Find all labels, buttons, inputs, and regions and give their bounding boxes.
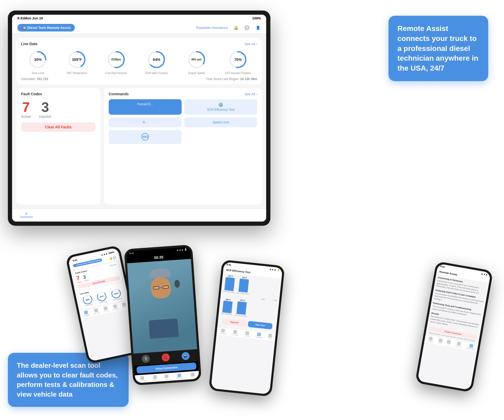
p3-dash-icon bbox=[221, 329, 225, 333]
video-area bbox=[127, 259, 197, 354]
video-time: 9:41 bbox=[129, 252, 134, 255]
phone4-nav-faults[interactable]: Faults bbox=[438, 338, 443, 344]
phone1-nav-remote[interactable]: Remote bbox=[121, 302, 127, 308]
phone1-nav-label: Dashboard bbox=[83, 314, 90, 317]
phone2-nav-live[interactable]: Live bbox=[165, 374, 169, 380]
camera-button[interactable]: 📷 bbox=[181, 352, 190, 360]
phone3-nav-dash[interactable]: Dashboard bbox=[219, 328, 227, 334]
active-fault-label: Active bbox=[21, 114, 31, 119]
scr-stop-button[interactable]: Stop All bbox=[222, 318, 247, 327]
scr-outlet-bar bbox=[239, 279, 249, 292]
gauge-engine-speed: 602 rpm Engine Speed bbox=[186, 49, 207, 75]
odometer-display: Odometer: 151,733 bbox=[21, 77, 48, 81]
phone3-nav-remote[interactable]: Remote bbox=[268, 334, 273, 340]
soot-value: 30% bbox=[34, 58, 41, 61]
bottom-sections: Fault Codes 7 Active 3 Inactive bbox=[16, 88, 262, 204]
phone4-nav-remote[interactable]: Remote Assist bbox=[466, 343, 476, 350]
gauge-dpf-temp: 309°F DPF Temperature bbox=[66, 49, 87, 75]
soot-label: Soot Level bbox=[32, 72, 44, 75]
scr-row1: 431°F SCR Inlet Temp. 431°F SCR Outlet T… bbox=[223, 275, 279, 298]
fault-codes-title: Fault Codes bbox=[21, 92, 42, 96]
command-r[interactable]: R... bbox=[109, 117, 182, 127]
phone1-gauge1: 30% Soot Level bbox=[82, 294, 93, 307]
roadside-link[interactable]: Roadside Assistance bbox=[196, 26, 228, 30]
engine-label: Engine Speed bbox=[188, 72, 205, 75]
ra-screen-content: 9:41 ▲▲▲ Remote Assist Connecting to Tec… bbox=[417, 264, 491, 390]
phone1-nav-dashboard[interactable]: Dashboard bbox=[82, 310, 90, 317]
end-call-button[interactable]: 📞 bbox=[161, 353, 170, 362]
notification-icon[interactable]: 🔔 bbox=[233, 25, 239, 31]
scale-1000: - 1000 bbox=[260, 298, 265, 300]
phone1-active-faults: 7 Active bbox=[76, 274, 82, 284]
phone4-nav-live[interactable]: Live bbox=[447, 340, 451, 346]
phone4-signal: ▲▲▲ bbox=[481, 272, 488, 276]
tablet-bottom-nav: ⊞ Dashboard bbox=[12, 209, 266, 222]
tablet-device: 9:41 Mon Jun 10 100% 🚛 Diesel Tech Remot… bbox=[8, 10, 270, 226]
phone1-faults-label: Fault Codes bbox=[93, 312, 100, 315]
gauge-circle-egr: 84% bbox=[146, 49, 167, 70]
doc-outlet-bar bbox=[237, 301, 247, 315]
bubble-right-text: Remote Assist connects your truck to a p… bbox=[397, 24, 478, 72]
phone4-nav-commands[interactable]: Commands bbox=[455, 341, 463, 348]
phone2-nav-remote[interactable]: Remote bbox=[190, 372, 195, 378]
tablet-content: Live Data See All › bbox=[12, 34, 266, 209]
scr-inlet-bar bbox=[224, 277, 235, 291]
phone3-nav-live[interactable]: Live Data bbox=[244, 331, 250, 337]
tablet-nav: 🚛 Diesel Tech Remote Assist Roadside Ass… bbox=[12, 22, 266, 34]
p4-cmd-icon bbox=[457, 342, 461, 346]
brand-label: Diesel Tech Remote Assist bbox=[27, 26, 71, 30]
face-shape bbox=[150, 277, 171, 299]
inactive-fault-label: Inactive bbox=[39, 114, 51, 119]
live-data-footer: Odometer: 151,733 Time Since Last Regen:… bbox=[21, 77, 257, 81]
gauge-circle-fuel: 6108psi bbox=[106, 49, 127, 70]
phone1-nav-commands[interactable]: Commands bbox=[111, 304, 119, 311]
p2-remote-icon bbox=[191, 372, 195, 376]
command-forced-d[interactable]: Forced D... bbox=[109, 99, 182, 115]
tablet-time: 9:41 bbox=[17, 16, 24, 20]
scale-2000: - 2000 bbox=[272, 300, 277, 302]
scr-screen-content: 9:41 ▲▲▲ 🔋 SCR Efficiency Test 431°F SCR… bbox=[211, 262, 282, 395]
clear-faults-button[interactable]: Clear All Faults bbox=[21, 122, 96, 132]
phone4-nav-dash[interactable]: Dashboard bbox=[427, 336, 434, 343]
gauge-circle-vgt: 70% bbox=[227, 49, 248, 70]
p2-fault-icon bbox=[153, 375, 157, 379]
phone1-nav-live[interactable]: Live Data bbox=[103, 306, 109, 313]
video-signal: ▲▲▲ 🔋 bbox=[176, 248, 187, 251]
p3-fault-icon bbox=[233, 330, 237, 334]
phone2-nav-dashboard[interactable]: Dashboard bbox=[139, 376, 146, 382]
scr-inlet-item: 431°F SCR Inlet Temp. bbox=[223, 275, 236, 293]
phone3-nav-faults[interactable]: Fault Codes bbox=[232, 330, 239, 336]
fault-codes-section: Fault Codes 7 Active 3 Inactive bbox=[16, 88, 100, 204]
phone1-nav-faults[interactable]: Fault Codes bbox=[92, 308, 100, 315]
commands-grid: Forced D... ⚙️ SCR Efficiency Test R... … bbox=[109, 99, 257, 144]
profile-icon[interactable]: 👤 bbox=[255, 25, 261, 31]
headset-element bbox=[174, 280, 180, 288]
phone2-nav-faults[interactable]: Faults bbox=[153, 375, 157, 381]
doc-outlet-val: 471°F bbox=[240, 299, 245, 302]
p4-live-icon bbox=[447, 340, 451, 344]
mute-button[interactable]: 🎙️ bbox=[141, 355, 150, 363]
commands-see-all[interactable]: See All › bbox=[245, 92, 257, 96]
brand-button[interactable]: 🚛 Diesel Tech Remote Assist bbox=[17, 24, 75, 32]
scr-outlet-item: 431°F SCR Outlet Temp. bbox=[237, 276, 251, 295]
tablet-nav-dashboard[interactable]: ⊞ Dashboard bbox=[17, 211, 35, 219]
phone4-time: 9:41 bbox=[440, 265, 445, 268]
command-scr-efficiency[interactable]: ⚙️ SCR Efficiency Test bbox=[184, 99, 257, 115]
gauge-circle-soot: 30% bbox=[27, 49, 48, 70]
live-data-see-all[interactable]: See All › bbox=[245, 42, 257, 46]
command-abs[interactable]: ABS bbox=[109, 130, 182, 144]
scr-start-button[interactable]: Start Test bbox=[248, 321, 273, 329]
chat-icon[interactable]: 💬 bbox=[244, 25, 250, 31]
phone2-nav-commands[interactable]: Commands bbox=[176, 373, 183, 379]
truck-icon: 🚛 bbox=[22, 26, 26, 30]
phone1-gauge3-ring: 6108psi bbox=[111, 288, 122, 299]
live-nav-icon bbox=[103, 306, 108, 311]
bubble-left: The dealer-level scan tool allows you to… bbox=[8, 353, 129, 407]
video-feed bbox=[127, 259, 197, 354]
gauge-egr: 84% EGR Valve Position bbox=[145, 49, 168, 75]
command-speed-limit[interactable]: Speed Limit bbox=[184, 117, 257, 127]
phone-video-call: 9:41 ▲▲▲ 🔋 00:35 bbox=[124, 245, 202, 386]
phone3-nav-commands[interactable]: Commands bbox=[255, 332, 263, 339]
egr-value: 84% bbox=[153, 58, 160, 61]
bubble-right: Remote Assist connects your truck to a p… bbox=[388, 16, 488, 81]
